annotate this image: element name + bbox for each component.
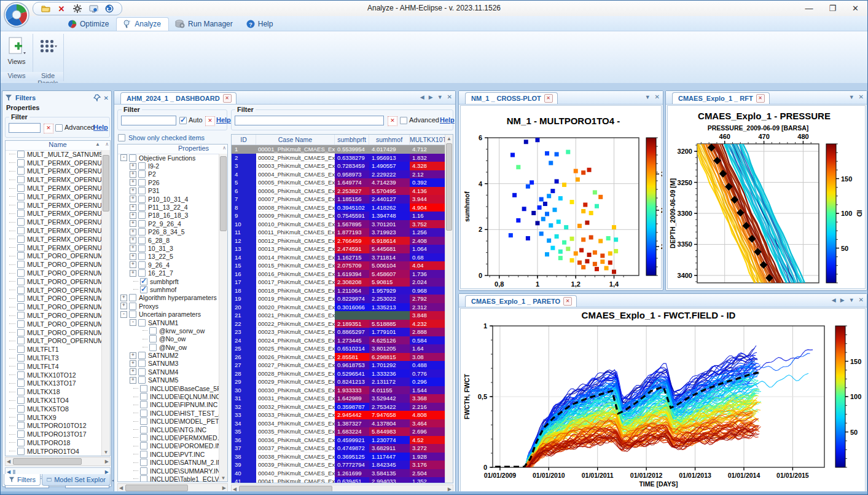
tree-scroll-left-icon[interactable]: ◀ — [119, 485, 123, 491]
tab-analyze[interactable]: Analyze — [116, 17, 169, 31]
list-item[interactable]: MULT_PERMX_OPERNU... — [6, 244, 102, 252]
tab-optimize[interactable]: Optimize — [62, 18, 116, 31]
tab-run-manager[interactable]: Run Manager — [169, 18, 240, 31]
table-row[interactable]: 1200012_PhiKmult_CMAES_Explo_12.7664596.… — [232, 237, 445, 245]
list-item[interactable]: MULTPORO13TO17 — [6, 430, 102, 438]
expand-icon[interactable]: + — [130, 377, 136, 384]
tree-item-checkbox[interactable] — [138, 170, 146, 178]
close-tab-icon[interactable]: ✕ — [563, 297, 572, 306]
list-item[interactable]: MULT_PERMX_OPERNU... — [6, 184, 102, 192]
list-item[interactable]: MULTKX5TO8 — [6, 405, 102, 413]
collapse-icon[interactable]: - — [120, 154, 127, 161]
tree-item[interactable]: -SATNUM1 — [118, 319, 219, 327]
tree-item[interactable]: +P2_9_26_4 — [118, 220, 219, 228]
table-row[interactable]: 1900019_PhiKmult_CMAES_Explo_10.82299742… — [232, 295, 445, 303]
pareto-tab[interactable]: CMAES_Explo_1 _ PARETO✕ — [465, 295, 577, 307]
tree-item-checkbox[interactable] — [138, 352, 146, 359]
tree-item-checkbox[interactable] — [129, 311, 136, 318]
expand-icon[interactable]: + — [130, 360, 136, 367]
tree-item-checkbox[interactable] — [138, 261, 146, 269]
list-item[interactable]: MULT_PORO_OPERNUM5 — [6, 303, 102, 311]
tree-item[interactable]: +10_31_3 — [118, 244, 219, 252]
collapse-icon[interactable]: - — [120, 311, 127, 318]
tree-item-checkbox[interactable] — [140, 467, 147, 475]
table-row[interactable]: 2600026_PhiKmult_CMAES_Explo_12.855816.2… — [232, 353, 445, 362]
table-help-link[interactable]: Help — [440, 116, 455, 124]
table-advanced-checkbox[interactable] — [400, 117, 407, 124]
tree-item[interactable]: +P18_16_18_3 — [118, 212, 219, 220]
list-item[interactable]: MULT_PERMX_OPERNU... — [6, 210, 102, 218]
pareto-chart[interactable]: CMAES_Explo_1 - FWCT.FIELD - ID00,5101/0… — [460, 308, 866, 493]
item-checkbox[interactable] — [17, 184, 25, 192]
tree-item-checkbox[interactable] — [138, 220, 146, 228]
table-row[interactable]: 800008_PhiKmult_CMAES_Explo_10.39451021.… — [232, 204, 445, 212]
tree-item-checkbox[interactable] — [140, 401, 147, 408]
close-button[interactable]: ✕ — [852, 4, 859, 13]
table-row[interactable]: 900009_PhiKmult_CMAES_Explo_10.75455911.… — [232, 212, 445, 220]
list-item[interactable]: MULT_PORO_OPERNUM... — [6, 260, 102, 269]
list-item[interactable]: MULT_PORO_OPERNUM6 — [6, 311, 102, 320]
table-row[interactable]: 300003_PhiKmult_CMAES_Explo_10.72834591.… — [232, 162, 445, 170]
tree-item[interactable]: -Uncertain parameters — [118, 310, 219, 318]
tree-item-checkbox[interactable] — [140, 410, 147, 417]
item-checkbox[interactable] — [17, 371, 25, 379]
item-checkbox[interactable] — [17, 329, 25, 336]
list-item[interactable]: MULTKX9 — [6, 413, 102, 422]
tree-item[interactable]: +Algorithm hyperparameters — [118, 294, 219, 302]
expand-icon[interactable]: + — [130, 188, 136, 194]
item-checkbox[interactable] — [17, 405, 25, 413]
list-item[interactable]: MULT_PERMX_OPERNU... — [6, 235, 102, 244]
table-row[interactable]: 1300013_PhiKmult_CMAES_Explo_12.4745915.… — [232, 245, 445, 253]
tree-item-checkbox[interactable] — [138, 204, 146, 211]
tree-item-checkbox[interactable] — [129, 154, 136, 162]
pin-icon[interactable] — [93, 94, 101, 101]
list-item[interactable]: MULT_PERMX_OPERNU... — [6, 159, 102, 167]
item-checkbox[interactable] — [17, 397, 25, 404]
bottom-tab-model-set-explorer[interactable]: Model Set Explor — [42, 474, 111, 486]
tree-item[interactable]: INCLUDE\POROMED.INC — [118, 442, 219, 450]
list-item[interactable]: MULT_PORO_OPERNUM7 — [6, 320, 102, 328]
tree-item[interactable]: +SATNUM4 — [118, 368, 219, 376]
scroll-down-icon[interactable]: ▼ — [102, 449, 110, 455]
expand-icon[interactable]: + — [130, 220, 136, 227]
tree-item[interactable]: +P2 — [118, 170, 219, 178]
help-link[interactable]: Help — [93, 124, 108, 131]
side-panels-button[interactable] — [34, 36, 61, 72]
list-item[interactable]: MULTFLT3 — [6, 354, 102, 362]
name-column-header[interactable]: Name — [49, 141, 66, 148]
table-row[interactable]: 100001_PhiKmult_CMAES_Explo_10.55399544.… — [232, 145, 445, 154]
crossplot-chart[interactable]: NM_1 - MULTPORO1TO4 -0,811,21,40246MULTP… — [460, 105, 662, 289]
table-row[interactable]: 1700017_PhiKmult_CMAES_Explo_12.3082085.… — [232, 278, 445, 287]
list-item[interactable]: MULTFLT4 — [6, 362, 102, 371]
tree-item-checkbox[interactable] — [138, 179, 146, 186]
tree-item[interactable]: +P26 — [118, 178, 219, 186]
table-row[interactable]: 500005_PhiKmult_CMAES_Explo_11.6497744.7… — [232, 178, 445, 187]
tree-item-checkbox[interactable] — [129, 294, 136, 301]
item-checkbox[interactable] — [17, 210, 25, 217]
tree-item-checkbox[interactable] — [140, 278, 147, 285]
list-item[interactable]: MULTKX13TO17 — [6, 379, 102, 388]
views-button[interactable]: Views — [3, 36, 30, 72]
column-header[interactable]: ID — [232, 135, 256, 145]
column-header[interactable]: sumhmof — [369, 135, 410, 145]
tree-item[interactable]: INCLUDE\BaseCase_5RT_Saturati — [118, 384, 219, 392]
dashboard-tab[interactable]: AHM_2024_1 _ DASHBOARD✕ — [120, 92, 237, 104]
tree-item-checkbox[interactable] — [138, 319, 146, 327]
table-row[interactable]: 2700027_PhiKmult_CMAES_Explo_10.96187531… — [232, 361, 445, 370]
tree-item[interactable]: sumbhprft — [118, 277, 219, 285]
expand-icon[interactable]: + — [130, 163, 136, 170]
table-row[interactable]: 2200022_PhiKmult_CMAES_Explo_12.1893515.… — [232, 320, 445, 328]
tree-item[interactable]: INCLUDE\FIPNUM.INC — [118, 401, 219, 409]
scroll-tabs-left-icon[interactable]: ◀ — [420, 94, 424, 100]
item-checkbox[interactable] — [17, 193, 25, 200]
item-checkbox[interactable] — [17, 244, 25, 251]
expand-icon[interactable]: + — [130, 196, 136, 202]
item-checkbox[interactable] — [17, 167, 25, 175]
tree-item-checkbox[interactable] — [129, 303, 136, 310]
close-panel-icon[interactable]: ✕ — [447, 93, 452, 100]
tree-item[interactable]: @krw_sorw_ow — [118, 327, 219, 335]
tab-list-icon[interactable]: ▼ — [849, 94, 854, 100]
list-item[interactable]: MULT_PORO_OPERNUM9 — [6, 337, 102, 346]
table-row[interactable]: 4100041_PhiKmult_CMAES_Explo_10.6394512.… — [232, 477, 445, 483]
tree-item[interactable]: INCLUDE\HIST_TEST_AHM_3.SCH — [118, 409, 219, 417]
